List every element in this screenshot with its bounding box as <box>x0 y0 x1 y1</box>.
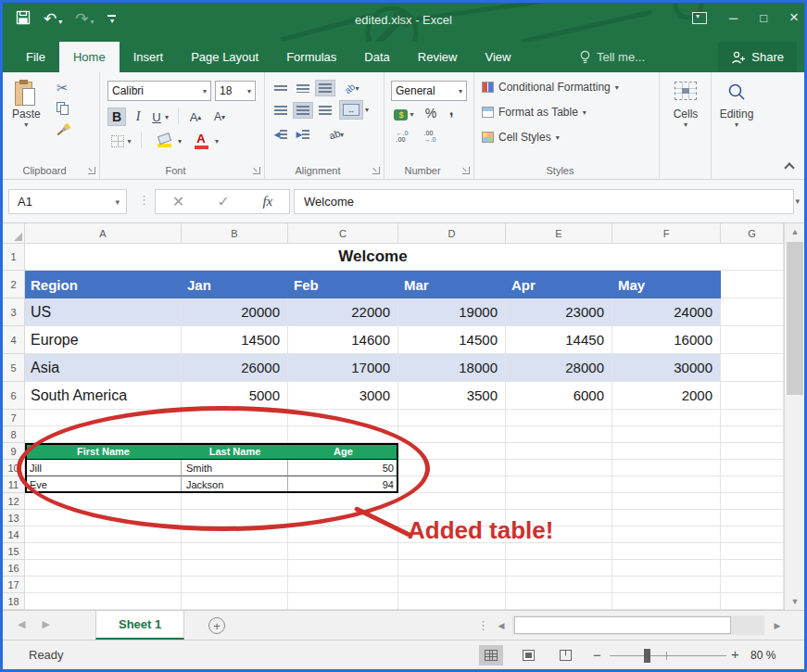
row-header-10[interactable]: 10 <box>3 460 25 476</box>
cell-B7[interactable] <box>182 410 288 426</box>
horizontal-scrollbar-thumb[interactable] <box>514 616 731 634</box>
zoom-slider-track[interactable] <box>610 655 726 656</box>
cell-D9[interactable] <box>398 443 506 460</box>
cell-A2[interactable]: Region <box>25 271 182 298</box>
insert-function-icon[interactable]: fx <box>262 194 272 209</box>
cell-D2[interactable]: Mar <box>398 271 506 298</box>
cell-E6[interactable]: 6000 <box>506 382 612 410</box>
column-header-C[interactable]: C <box>288 223 398 244</box>
tell-me-box[interactable]: Tell me... <box>579 42 645 72</box>
editing-caret-icon[interactable]: ▾ <box>735 120 738 129</box>
format-as-table-button[interactable]: Format as Table▾ <box>482 106 586 119</box>
cell-G12[interactable] <box>721 493 784 510</box>
cell-E8[interactable] <box>506 426 612 443</box>
cell-A17[interactable] <box>25 577 182 593</box>
row-header-4[interactable]: 4 <box>3 326 25 354</box>
cell-E3[interactable]: 23000 <box>506 298 612 326</box>
cell-E7[interactable] <box>506 410 612 426</box>
font-color-button[interactable]: A <box>189 130 213 152</box>
cell-D16[interactable] <box>398 560 506 577</box>
cancel-icon[interactable]: ✕ <box>172 193 184 210</box>
cell-D8[interactable] <box>398 426 506 443</box>
cell-B3[interactable]: 20000 <box>182 298 288 326</box>
row-header-2[interactable]: 2 <box>3 271 25 298</box>
cell-E18[interactable] <box>506 593 612 610</box>
scroll-right-icon[interactable]: ▶ <box>768 615 787 635</box>
cell-G4[interactable] <box>721 326 784 354</box>
tab-insert[interactable]: Insert <box>120 42 178 72</box>
decrease-decimal-icon[interactable]: .00→.0 <box>419 128 441 145</box>
row-header-7[interactable]: 7 <box>3 410 25 426</box>
cell-F3[interactable]: 24000 <box>612 298 721 326</box>
cell-E2[interactable]: Apr <box>506 271 612 298</box>
column-header-G[interactable]: G <box>721 223 784 244</box>
column-header-A[interactable]: A <box>25 223 182 244</box>
next-sheet-icon[interactable]: ▶ <box>42 618 66 629</box>
cell-C16[interactable] <box>288 560 398 577</box>
cell-B12[interactable] <box>182 493 288 510</box>
cell-G8[interactable] <box>721 426 784 443</box>
cell-A14[interactable] <box>25 526 182 543</box>
formula-bar-splitter[interactable]: ⋮ <box>138 193 150 207</box>
tab-file[interactable]: File <box>12 42 59 72</box>
number-format-combo[interactable]: General▾ <box>391 81 467 101</box>
align-left-icon[interactable] <box>271 102 291 119</box>
cell-C2[interactable]: Feb <box>288 271 398 298</box>
row-header-14[interactable]: 14 <box>3 526 25 543</box>
cell-D11[interactable] <box>398 476 506 493</box>
accounting-format-button[interactable]: $ ▾ <box>391 106 417 123</box>
percent-style-icon[interactable]: % <box>422 104 440 122</box>
cell-E10[interactable] <box>506 460 612 476</box>
enter-icon[interactable]: ✓ <box>218 193 230 210</box>
name-box[interactable]: A1▾ <box>8 189 127 214</box>
cell-A11[interactable]: Eve <box>25 476 182 493</box>
paste-button[interactable]: Paste ▾ <box>12 80 41 129</box>
cell-F4[interactable]: 16000 <box>612 326 721 354</box>
italic-button[interactable]: I <box>130 108 146 126</box>
cell-A18[interactable] <box>25 593 182 610</box>
page-break-view-button[interactable] <box>553 645 577 666</box>
name-box-caret-icon[interactable]: ▾ <box>115 197 120 207</box>
cell-F7[interactable] <box>612 410 721 426</box>
cell-G3[interactable] <box>721 298 784 326</box>
cell-F16[interactable] <box>612 560 721 577</box>
cell-styles-button[interactable]: Cell Styles▾ <box>482 131 560 144</box>
scroll-up-icon[interactable]: ▲ <box>785 223 805 240</box>
ribbon-display-options-icon[interactable] <box>692 12 707 24</box>
tab-home[interactable]: Home <box>59 42 120 72</box>
row-header-15[interactable]: 15 <box>3 543 25 560</box>
cell-G9[interactable] <box>721 443 784 460</box>
cell-F2[interactable]: May <box>612 271 721 298</box>
horizontal-scrollbar[interactable] <box>512 615 764 635</box>
scroll-down-icon[interactable]: ▼ <box>785 593 805 610</box>
cell-D10[interactable] <box>398 460 506 476</box>
copy-icon[interactable] <box>57 102 69 115</box>
cell-C6[interactable]: 3000 <box>288 382 398 410</box>
cell-B16[interactable] <box>182 560 288 577</box>
cell-F5[interactable]: 30000 <box>612 354 721 382</box>
row-header-5[interactable]: 5 <box>3 354 25 382</box>
cell-B13[interactable] <box>182 510 288 526</box>
sheet-tab-active[interactable]: Sheet 1 <box>95 611 184 640</box>
borders-button[interactable]: ▾ <box>107 132 135 150</box>
cell-E4[interactable]: 14450 <box>506 326 612 354</box>
font-dialog-launcher-icon[interactable] <box>253 167 260 174</box>
merge-caret-icon[interactable]: ▾ <box>365 106 369 114</box>
cell-D7[interactable] <box>398 410 506 426</box>
column-header-F[interactable]: F <box>612 223 721 244</box>
cell-G2[interactable] <box>721 271 784 298</box>
cell-C3[interactable]: 22000 <box>288 298 398 326</box>
cell-B2[interactable]: Jan <box>182 271 288 298</box>
cell-D15[interactable] <box>398 543 506 560</box>
row-header-18[interactable]: 18 <box>3 593 25 610</box>
cell-G13[interactable] <box>721 510 784 526</box>
normal-view-button[interactable] <box>479 645 503 666</box>
decrease-indent-icon[interactable]: ◀ <box>271 126 291 143</box>
cell-C17[interactable] <box>288 577 398 593</box>
cell-B14[interactable] <box>182 526 288 543</box>
cell-F15[interactable] <box>612 543 721 560</box>
cell-A9[interactable]: First Name <box>25 443 182 460</box>
row-header-16[interactable]: 16 <box>3 560 25 577</box>
cell-B11[interactable]: Jackson <box>182 476 288 493</box>
cell-C18[interactable] <box>288 593 398 610</box>
